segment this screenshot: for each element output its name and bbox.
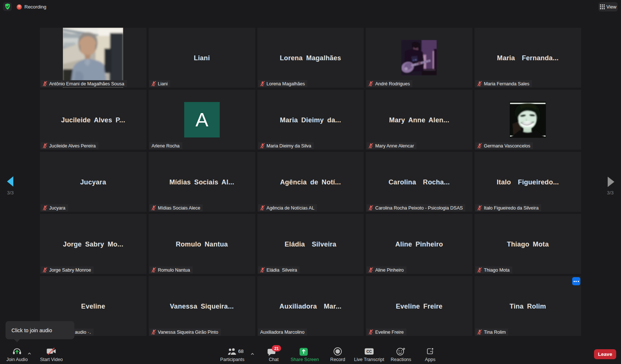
svg-text:CC: CC — [367, 350, 372, 354]
